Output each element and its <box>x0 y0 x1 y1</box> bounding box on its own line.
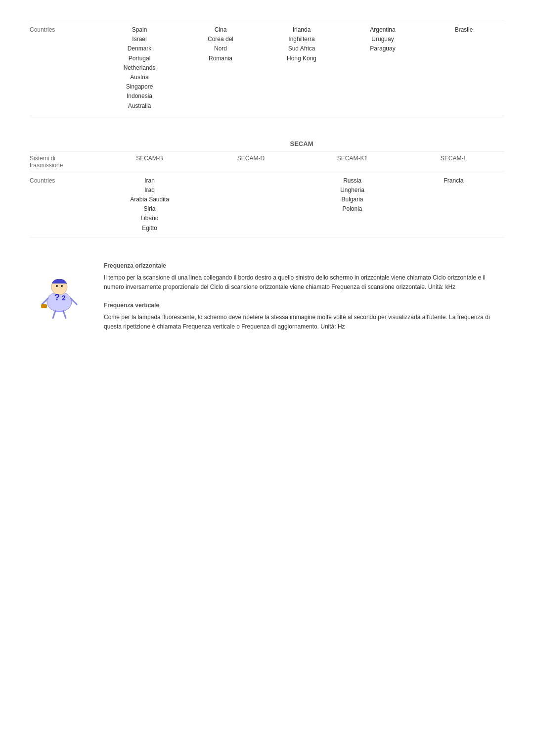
secam-countries-data: IranIraqArabia SauditaSiriaLibanoEgitto … <box>99 176 504 233</box>
pal-data-row: SpainIsraelDenmarkPortugalNetherlandsAus… <box>99 25 504 111</box>
secam-d-countries <box>200 176 302 233</box>
pal-cell-1: SpainIsraelDenmarkPortugalNetherlandsAus… <box>99 25 180 111</box>
description-section: ? 2 Frequenza orizzontale Il tempo per l… <box>30 262 504 342</box>
svg-rect-10 <box>41 304 47 308</box>
svg-line-9 <box>63 311 66 318</box>
secam-header-row: SECAM <box>30 136 504 151</box>
secam-b-countries: IranIraqArabia SauditaSiriaLibanoEgitto <box>99 176 200 233</box>
sistemi-label: Sistemi di trasmissione <box>30 155 63 169</box>
secam-l-header: SECAM-L <box>403 155 504 162</box>
pal-cell-2: CinaCorea delNordRomania <box>180 25 261 63</box>
illustration-image: ? 2 <box>30 262 89 322</box>
secam-b-header: SECAM-B <box>99 155 200 162</box>
pal-cell-4: ArgentinaUruguayParaguay <box>342 25 423 54</box>
pal-cell-5: Brasile <box>423 25 504 35</box>
pal-section: Countries SpainIsraelDenmarkPortugalNeth… <box>30 20 504 116</box>
secam-l-countries: Francia <box>403 176 504 233</box>
freq-orizz-heading: Frequenza orizzontale <box>104 262 504 269</box>
secam-sub-row: Sistemi di trasmissione SECAM-B SECAM-D … <box>30 151 504 172</box>
svg-point-2 <box>56 285 58 287</box>
secam-header-data: SECAM <box>99 140 504 147</box>
pal-cell-3: IrlandaInghilterraSud AfricaHong Kong <box>261 25 342 63</box>
countries-label-2: Countries <box>30 176 99 184</box>
svg-text:2: 2 <box>62 294 66 302</box>
secam-d-header: SECAM-D <box>200 155 302 162</box>
page-content: Countries SpainIsraelDenmarkPortugalNeth… <box>30 20 504 342</box>
secam-countries-row: Countries IranIraqArabia SauditaSiriaLib… <box>30 172 504 237</box>
secam-title: SECAM <box>290 140 313 147</box>
secam-sub-data: SECAM-B SECAM-D SECAM-K1 SECAM-L <box>99 155 504 162</box>
secam-label-area: Sistemi di trasmissione <box>30 155 99 169</box>
desc-texts: Frequenza orizzontale Il tempo per la sc… <box>104 262 504 342</box>
freq-vert-heading: Frequenza verticale <box>104 302 504 309</box>
secam-section: SECAM Sistemi di trasmissione SECAM-B SE… <box>30 136 504 237</box>
secam-k1-header: SECAM-K1 <box>302 155 403 162</box>
freq-orizz-text: Il tempo per la scansione di una linea c… <box>104 273 504 292</box>
svg-point-3 <box>61 285 63 287</box>
table-row: Countries SpainIsraelDenmarkPortugalNeth… <box>30 20 504 116</box>
figure-svg: ? 2 <box>32 265 87 319</box>
freq-vert-text: Come per la lampada fluorescente, lo sch… <box>104 313 504 331</box>
svg-text:?: ? <box>54 292 60 302</box>
secam-k1-countries: RussiaUngheriaBulgariaPolonia <box>302 176 403 233</box>
countries-label-1: Countries <box>30 25 99 33</box>
svg-line-8 <box>53 311 55 318</box>
